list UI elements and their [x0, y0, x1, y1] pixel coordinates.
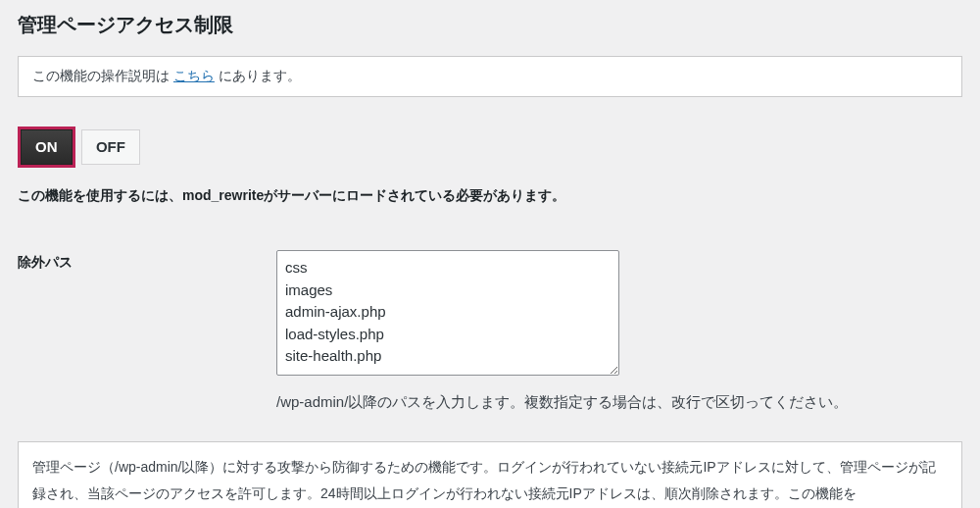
notice-link[interactable]: こちら: [173, 68, 215, 83]
toggle-off-button[interactable]: OFF: [81, 129, 140, 165]
exclude-path-description: /wp-admin/以降のパスを入力します。複数指定する場合は、改行で区切ってく…: [276, 393, 962, 412]
settings-table: 除外パス /wp-admin/以降のパスを入力します。複数指定する場合は、改行で…: [18, 250, 962, 412]
operation-notice: この機能の操作説明は こちら にあります。: [18, 56, 962, 97]
exclude-path-textarea[interactable]: [276, 250, 619, 376]
page-title: 管理ページアクセス制限: [18, 12, 962, 38]
feature-toggle: ON OFF: [18, 127, 962, 168]
notice-text-after: にあります。: [215, 68, 301, 83]
exclude-path-label: 除外パス: [18, 250, 276, 412]
feature-description-box: 管理ページ（/wp-admin/以降）に対する攻撃から防御するための機能です。ロ…: [18, 441, 962, 508]
toggle-on-highlight: ON: [18, 127, 75, 168]
notice-text-before: この機能の操作説明は: [32, 68, 173, 83]
requirement-note: この機能を使用するには、mod_rewriteがサーバーにロードされている必要が…: [18, 187, 962, 205]
toggle-on-button[interactable]: ON: [21, 129, 73, 165]
